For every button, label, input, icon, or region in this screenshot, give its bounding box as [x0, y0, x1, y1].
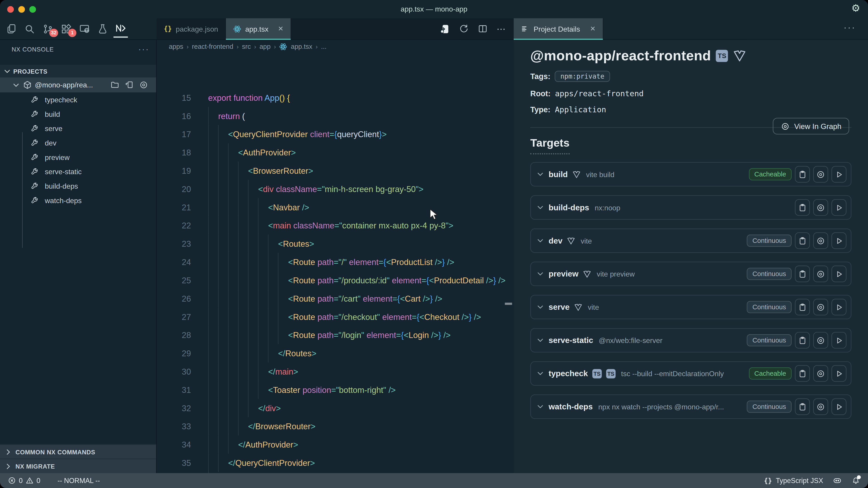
code-line-15[interactable]: 15export function App() {: [157, 89, 506, 107]
refresh-icon[interactable]: [459, 24, 469, 34]
copy-target-icon[interactable]: [795, 232, 810, 249]
code-line-23[interactable]: 23<Routes>: [157, 234, 506, 253]
breadcrumb-item[interactable]: app: [259, 43, 271, 51]
view-target-icon[interactable]: [813, 398, 828, 415]
run-target-play-icon[interactable]: [831, 365, 846, 382]
close-tab-icon[interactable]: ✕: [278, 25, 283, 33]
sidebar-target-dev[interactable]: dev: [0, 135, 156, 150]
run-target-play-icon[interactable]: [831, 199, 846, 216]
errors-icon[interactable]: [8, 477, 16, 485]
file-move-icon[interactable]: [125, 80, 134, 90]
view-target-icon[interactable]: [813, 332, 828, 348]
activity-item-nx-console[interactable]: [114, 20, 128, 37]
run-target-play-icon[interactable]: [831, 166, 846, 183]
panel-tab-project-details[interactable]: Project Details✕: [514, 18, 603, 39]
view-target-icon[interactable]: [813, 166, 828, 183]
code-line-20[interactable]: 20<div className="min-h-screen bg-gray-5…: [157, 180, 506, 198]
view-target-icon[interactable]: [813, 266, 828, 282]
activity-item-explorer[interactable]: [4, 20, 18, 37]
run-target-icon[interactable]: [439, 24, 450, 34]
settings-gear-icon[interactable]: ⚙: [851, 2, 860, 14]
run-target-play-icon[interactable]: [831, 332, 846, 348]
view-target-icon[interactable]: [813, 365, 828, 382]
code-line-25[interactable]: 25<Route path="/products/:id" element={<…: [157, 271, 506, 289]
activity-item-source-control[interactable]: 32: [40, 20, 55, 37]
view-target-icon[interactable]: [813, 199, 828, 216]
copy-target-icon[interactable]: [795, 299, 810, 315]
code-line-17[interactable]: 17<QueryClientProvider client={queryClie…: [157, 125, 506, 143]
panel-more-icon[interactable]: ···: [844, 23, 856, 33]
code-line-18[interactable]: 18<AuthProvider>: [157, 143, 506, 162]
copy-target-icon[interactable]: [795, 332, 810, 348]
run-target-play-icon[interactable]: [831, 299, 846, 315]
sidebar-target-watch-deps[interactable]: watch-deps: [0, 193, 156, 207]
view-target-icon[interactable]: [813, 232, 828, 249]
sidebar-target-build-deps[interactable]: build-deps: [0, 179, 156, 193]
chevron-down-icon[interactable]: [536, 369, 544, 377]
sidebar-target-build[interactable]: build: [0, 107, 156, 121]
sidebar-project-row[interactable]: @mono-app/rea...: [0, 77, 156, 92]
code-line-31[interactable]: 31<Toaster position="bottom-right" />: [157, 381, 506, 399]
target-card-build-deps[interactable]: build-depsnx:noop: [530, 195, 851, 220]
code-line-28[interactable]: 28<Route path="/login" element={<Login /…: [157, 326, 506, 344]
code-line-26[interactable]: 26<Route path="/cart" element={<Cart />}…: [157, 289, 506, 308]
chevron-down-icon[interactable]: [536, 237, 544, 245]
breadcrumb-item[interactable]: apps: [169, 43, 183, 51]
activity-item-remote-explorer[interactable]: [77, 20, 91, 37]
copy-target-icon[interactable]: [795, 199, 810, 216]
run-target-play-icon[interactable]: [831, 398, 846, 415]
run-target-play-icon[interactable]: [831, 232, 846, 249]
breadcrumb-item[interactable]: src: [242, 43, 251, 51]
code-line-36[interactable]: 36);: [157, 472, 506, 473]
target-card-serve[interactable]: serveviteContinuous: [530, 295, 851, 319]
target-card-serve-static[interactable]: serve-static@nx/web:file-serverContinuou…: [530, 328, 851, 352]
split-editor-icon[interactable]: [477, 24, 488, 34]
projects-section-header[interactable]: PROJECTS: [0, 65, 156, 77]
target-card-build[interactable]: buildvite buildCacheable: [530, 162, 851, 187]
view-target-icon[interactable]: [813, 299, 828, 315]
code-line-24[interactable]: 24<Route path="/" element={<ProductList …: [157, 253, 506, 271]
error-count[interactable]: 0: [19, 477, 23, 484]
folder-icon[interactable]: [110, 80, 120, 90]
target-card-watch-deps[interactable]: watch-depsnpx nx watch --projects @mono-…: [530, 394, 851, 419]
copy-target-icon[interactable]: [795, 365, 810, 382]
target-card-dev[interactable]: devviteContinuous: [530, 228, 851, 253]
breadcrumb-item[interactable]: ...: [321, 43, 327, 51]
target-icon[interactable]: [139, 80, 149, 90]
copy-target-icon[interactable]: [795, 166, 810, 183]
code-area[interactable]: 15export function App() {16return (17<Qu…: [157, 89, 506, 473]
code-line-32[interactable]: 32</div>: [157, 399, 506, 417]
activity-item-search[interactable]: [22, 20, 37, 37]
editor-tab-package.json[interactable]: {}package.json: [157, 18, 226, 39]
copy-target-icon[interactable]: [795, 398, 810, 415]
code-line-29[interactable]: 29</Routes>: [157, 344, 506, 362]
code-line-27[interactable]: 27<Route path="/checkout" element={<Chec…: [157, 308, 506, 326]
code-line-30[interactable]: 30</main>: [157, 362, 506, 381]
target-card-preview[interactable]: previewvite previewContinuous: [530, 262, 851, 286]
code-line-19[interactable]: 19<BrowserRouter>: [157, 162, 506, 180]
copilot-icon[interactable]: [833, 476, 842, 485]
activity-item-testing[interactable]: [95, 20, 110, 37]
code-line-22[interactable]: 22<main className="container mx-auto px-…: [157, 217, 506, 235]
copy-target-icon[interactable]: [795, 266, 810, 282]
code-line-33[interactable]: 33</BrowserRouter>: [157, 417, 506, 435]
chevron-down-icon[interactable]: [536, 203, 544, 211]
warning-count[interactable]: 0: [37, 477, 40, 484]
code-line-34[interactable]: 34</AuthProvider>: [157, 435, 506, 454]
view-in-graph-button[interactable]: View In Graph: [773, 118, 849, 134]
sidebar-target-serve[interactable]: serve: [0, 121, 156, 135]
language-mode[interactable]: {} TypeScript JSX: [764, 477, 823, 484]
target-card-typecheck[interactable]: typecheckTSTStsc --build --emitDeclarati…: [530, 361, 851, 386]
close-panel-icon[interactable]: ✕: [590, 25, 596, 33]
chevron-down-icon[interactable]: [536, 270, 544, 278]
more-actions-icon[interactable]: ⋯: [497, 24, 506, 34]
activity-item-extensions[interactable]: 1: [59, 20, 73, 37]
chevron-down-icon[interactable]: [536, 336, 544, 344]
sidebar-target-typecheck[interactable]: typecheck: [0, 92, 156, 107]
code-line-16[interactable]: 16return (: [157, 107, 506, 125]
breadcrumb-item[interactable]: react-frontend: [192, 43, 233, 51]
code-line-35[interactable]: 35</QueryClientProvider>: [157, 454, 506, 472]
breadcrumb-item[interactable]: app.tsx: [291, 43, 312, 51]
run-target-play-icon[interactable]: [831, 266, 846, 282]
notifications-bell-icon[interactable]: [851, 476, 860, 485]
